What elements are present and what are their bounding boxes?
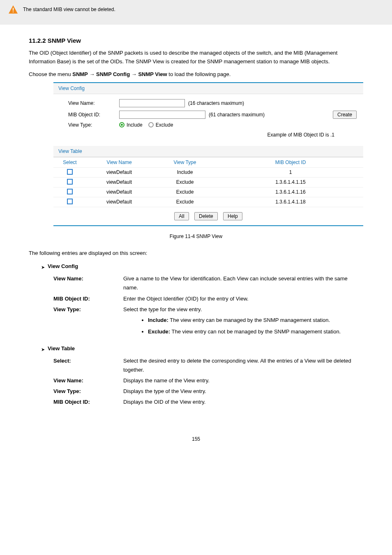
cell-view-type: Exclude <box>152 198 218 206</box>
radio-include-label: Include <box>127 122 143 128</box>
breadcrumb-path3: SNMP View <box>138 71 167 77</box>
val-t-view-name: Displays the name of the View entry. <box>123 376 363 385</box>
snmp-view-panel: View Config View Name: (16 characters ma… <box>53 82 363 226</box>
example-oid: Example of MIB Object ID is .1 <box>53 130 363 143</box>
mib-oid-input[interactable] <box>119 111 205 119</box>
val-mib-oid: Enter the Object Identifier (OID) for th… <box>123 294 363 303</box>
val-select: Select the desired entry to delete the c… <box>123 356 363 375</box>
hint-mib-oid: (61 characters maximum) <box>209 112 265 118</box>
row-checkbox[interactable] <box>67 189 73 194</box>
label-view-type: View Type: <box>53 122 119 128</box>
figure-caption: Figure 11-4 SNMP View <box>0 234 392 239</box>
col-select: Select <box>53 157 86 167</box>
label-mib-oid: MIB Object ID: <box>53 112 119 118</box>
section-heading: 11.2.2 SNMP View <box>29 37 392 44</box>
label-view-name: View Name: <box>53 100 119 106</box>
view-table-title: View Table <box>53 146 363 157</box>
cell-view-type: Exclude <box>152 178 218 186</box>
cell-view-name: viewDefault <box>86 188 152 196</box>
cell-view-name: viewDefault <box>86 178 152 186</box>
breadcrumb-path1: SNMP <box>72 71 88 77</box>
page-number: 155 <box>0 436 392 454</box>
delete-button[interactable]: Delete <box>194 212 218 220</box>
explain-intro: The following entries are displayed on t… <box>29 249 363 258</box>
cell-mib-oid: 1.3.6.1.4.1.18 <box>218 198 363 206</box>
key-mib-oid: MIB Object ID: <box>53 294 123 303</box>
val-view-name: Give a name to the View for identificati… <box>123 274 363 292</box>
key-t-mib-oid: MIB Object ID: <box>53 398 123 407</box>
table-row: viewDefault Exclude 1.3.6.1.4.1.16 <box>53 187 363 197</box>
row-checkbox[interactable] <box>67 169 73 175</box>
svg-rect-1 <box>13 8 14 11</box>
cell-view-name: viewDefault <box>86 198 152 206</box>
hint-view-name: (16 characters maximum) <box>188 100 244 106</box>
group-view-table: View Table <box>48 345 75 352</box>
bullet-include: Include: The view entry can be managed b… <box>148 316 363 325</box>
key-view-name: View Name: <box>53 274 123 283</box>
row-checkbox[interactable] <box>67 199 73 204</box>
create-button[interactable]: Create <box>333 111 357 119</box>
view-name-input[interactable] <box>119 99 185 107</box>
col-view-type: View Type <box>152 157 218 167</box>
warning-icon <box>8 5 18 14</box>
key-view-type: View Type: <box>53 305 123 314</box>
breadcrumb: Choose the menu SNMP → SNMP Config → SNM… <box>29 71 363 77</box>
help-button[interactable]: Help <box>223 212 242 220</box>
table-row: viewDefault Exclude 1.3.6.1.4.1.15 <box>53 178 363 187</box>
arrow-icon: ➤ <box>41 347 48 352</box>
breadcrumb-suffix: to load the following page. <box>168 71 231 77</box>
note-text: The standard MIB view cannot be deleted. <box>23 5 115 13</box>
val-t-mib-oid: Displays the OID of the View entry. <box>123 398 363 407</box>
all-button[interactable]: All <box>174 212 189 220</box>
cell-view-type: Include <box>152 168 218 176</box>
cell-mib-oid: 1.3.6.1.4.1.16 <box>218 188 363 196</box>
cell-mib-oid: 1 <box>218 168 363 176</box>
col-mib-oid: MIB Object ID <box>218 157 363 167</box>
val-t-view-type: Displays the type of the View entry. <box>123 387 363 396</box>
row-checkbox[interactable] <box>67 179 73 185</box>
val-view-type: Select the type for the view entry. <box>123 306 202 312</box>
key-select: Select: <box>53 356 123 365</box>
radio-include[interactable]: Include <box>119 122 143 128</box>
view-config-title: View Config <box>53 83 363 94</box>
breadcrumb-path2: SNMP Config <box>96 71 130 77</box>
radio-exclude-label: Exclude <box>156 122 173 128</box>
radio-circle-icon <box>148 122 154 127</box>
col-view-name: View Name <box>86 157 152 167</box>
breadcrumb-prefix: Choose the menu <box>29 71 72 77</box>
radio-exclude[interactable]: Exclude <box>148 122 173 128</box>
table-row: viewDefault Include 1 <box>53 168 363 178</box>
cell-view-type: Exclude <box>152 188 218 196</box>
section-intro: The OID (Object Identifier) of the SNMP … <box>29 49 363 66</box>
arrow-icon: ➤ <box>41 265 48 270</box>
key-t-view-type: View Type: <box>53 387 123 396</box>
svg-rect-2 <box>13 12 14 12</box>
group-view-config: View Config <box>48 263 78 269</box>
table-row: viewDefault Exclude 1.3.6.1.4.1.18 <box>53 197 363 207</box>
cell-mib-oid: 1.3.6.1.4.1.15 <box>218 178 363 186</box>
bullet-exclude: Exclude: The view entry can not be manag… <box>148 327 363 336</box>
cell-view-name: viewDefault <box>86 168 152 176</box>
key-t-view-name: View Name: <box>53 376 123 385</box>
radio-dot-icon <box>119 122 125 127</box>
